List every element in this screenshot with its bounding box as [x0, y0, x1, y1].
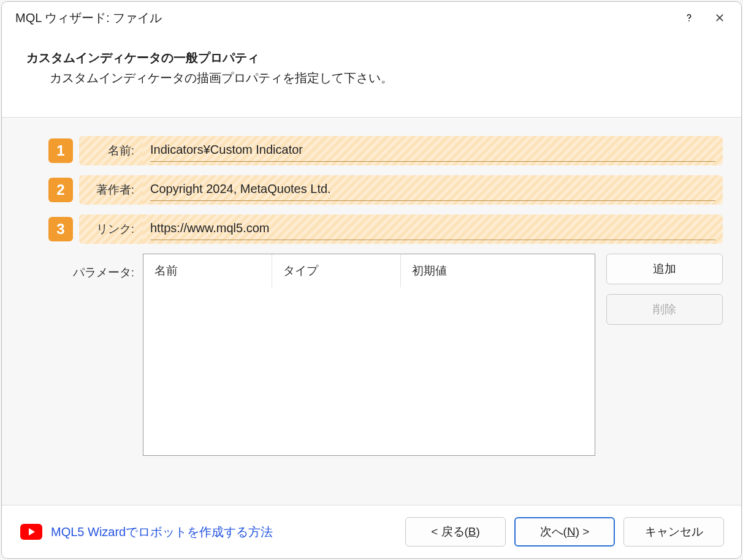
- help-icon: [684, 12, 695, 23]
- parameters-row: パラメータ: 名前 タイプ 初期値 追加 削除: [48, 254, 723, 456]
- marker-3: 3: [48, 217, 73, 241]
- link-label: リンク:: [79, 214, 143, 244]
- close-button[interactable]: [704, 6, 735, 30]
- close-icon: [714, 12, 725, 23]
- wizard-dialog: MQL ウィザード: ファイル カスタムインディケータの一般プロパティ カスタム…: [1, 1, 742, 559]
- svg-point-0: [688, 20, 690, 21]
- col-header-name[interactable]: 名前: [143, 254, 272, 287]
- back-button[interactable]: < 戻る(B): [405, 517, 506, 547]
- name-label: 名前:: [79, 136, 143, 165]
- author-label: 著作者:: [79, 175, 143, 205]
- parameters-buttons: 追加 削除: [606, 254, 723, 456]
- help-button[interactable]: [674, 6, 704, 30]
- parameters-table[interactable]: 名前 タイプ 初期値: [143, 254, 595, 456]
- footer-area: MQL5 Wizardでロボットを作成する方法 < 戻る(B) 次へ(N) > …: [2, 505, 741, 558]
- cancel-button[interactable]: キャンセル: [623, 517, 724, 547]
- marker-1: 1: [48, 138, 73, 163]
- parameters-label: パラメータ:: [48, 254, 143, 281]
- page-subtitle: カスタムインディケータの描画プロパティを指定して下さい。: [26, 70, 717, 86]
- header-area: カスタムインディケータの一般プロパティ カスタムインディケータの描画プロパティを…: [2, 34, 741, 117]
- body-area: 1 名前: 2 著作者: 3 リンク: パラメータ:: [2, 117, 741, 505]
- delete-button: 削除: [606, 294, 723, 325]
- parameters-table-wrap: 名前 タイプ 初期値 追加 削除: [143, 254, 723, 456]
- name-input-cell: [143, 136, 723, 165]
- marker-2: 2: [48, 178, 73, 202]
- tutorial-link[interactable]: MQL5 Wizardでロボットを作成する方法: [51, 524, 273, 540]
- add-button[interactable]: 追加: [606, 254, 723, 284]
- page-title: カスタムインディケータの一般プロパティ: [26, 50, 717, 66]
- col-header-type[interactable]: タイプ: [272, 254, 401, 287]
- name-row: 1 名前:: [48, 136, 723, 165]
- link-input-cell: [143, 214, 723, 244]
- name-input[interactable]: [150, 140, 715, 162]
- next-button[interactable]: 次へ(N) >: [514, 517, 615, 547]
- titlebar: MQL ウィザード: ファイル: [2, 2, 741, 34]
- window-title: MQL ウィザード: ファイル: [15, 10, 674, 26]
- author-row: 2 著作者:: [48, 175, 723, 205]
- link-input[interactable]: [150, 218, 715, 240]
- parameters-table-header: 名前 タイプ 初期値: [143, 254, 595, 287]
- author-input-cell: [143, 175, 723, 205]
- youtube-icon[interactable]: [20, 524, 42, 540]
- col-header-init[interactable]: 初期値: [401, 254, 595, 287]
- author-input[interactable]: [150, 179, 715, 201]
- link-row: 3 リンク:: [48, 214, 723, 244]
